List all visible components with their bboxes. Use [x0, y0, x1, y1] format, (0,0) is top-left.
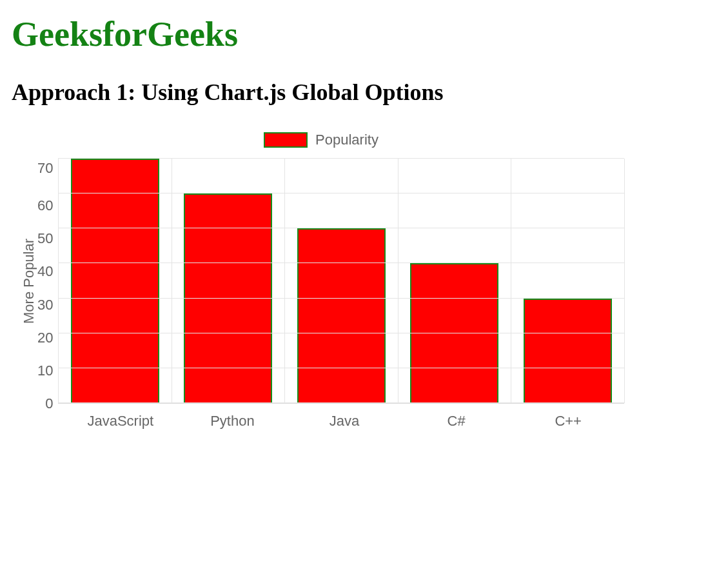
vgridline — [284, 159, 285, 403]
y-tick: 0 — [45, 397, 53, 411]
y-tick: 10 — [37, 364, 53, 378]
bar-chart: Popularity More Popular 706050403020100 … — [18, 132, 624, 430]
chart-legend: Popularity — [18, 132, 624, 148]
y-tick: 40 — [37, 264, 53, 279]
y-tick: 30 — [37, 298, 53, 312]
vgridline — [624, 159, 625, 403]
vgridline — [58, 159, 59, 403]
bar-slot — [398, 159, 511, 403]
bar-slot — [284, 159, 398, 403]
x-axis-ticks: JavaScriptPythonJavaC#C++ — [64, 413, 624, 430]
legend-label: Popularity — [315, 132, 379, 148]
x-tick: Java — [288, 413, 400, 430]
x-tick: Python — [177, 413, 289, 430]
bars-container — [58, 159, 624, 403]
x-tick: C# — [400, 413, 513, 430]
plot-area — [58, 159, 624, 404]
gridline — [58, 368, 624, 368]
bar — [184, 193, 272, 403]
page-title: GeeksforGeeks — [12, 14, 716, 54]
bar-slot — [172, 159, 285, 403]
y-axis-ticks: 706050403020100 — [37, 159, 58, 404]
page-subtitle: Approach 1: Using Chart.js Global Option… — [12, 79, 716, 106]
x-tick: JavaScript — [64, 413, 177, 430]
vgridline — [398, 159, 398, 403]
y-tick: 50 — [37, 232, 53, 246]
x-tick: C++ — [512, 413, 624, 430]
vgridline — [511, 159, 511, 403]
bar — [410, 263, 498, 403]
bar — [71, 159, 159, 403]
bar-slot — [511, 159, 624, 403]
gridline — [58, 263, 624, 263]
vgridline — [172, 159, 172, 403]
bar-slot — [58, 159, 172, 403]
gridline — [58, 402, 624, 403]
y-tick: 60 — [37, 199, 53, 213]
y-tick: 70 — [37, 161, 53, 175]
y-tick: 20 — [37, 331, 53, 345]
gridline — [58, 333, 624, 333]
gridline — [58, 298, 624, 299]
gridline — [58, 193, 624, 193]
bar — [297, 228, 386, 403]
gridline — [58, 158, 624, 159]
y-axis-label: More Popular — [18, 159, 37, 404]
gridline — [58, 228, 624, 228]
bar — [524, 299, 612, 403]
legend-swatch — [264, 132, 308, 148]
